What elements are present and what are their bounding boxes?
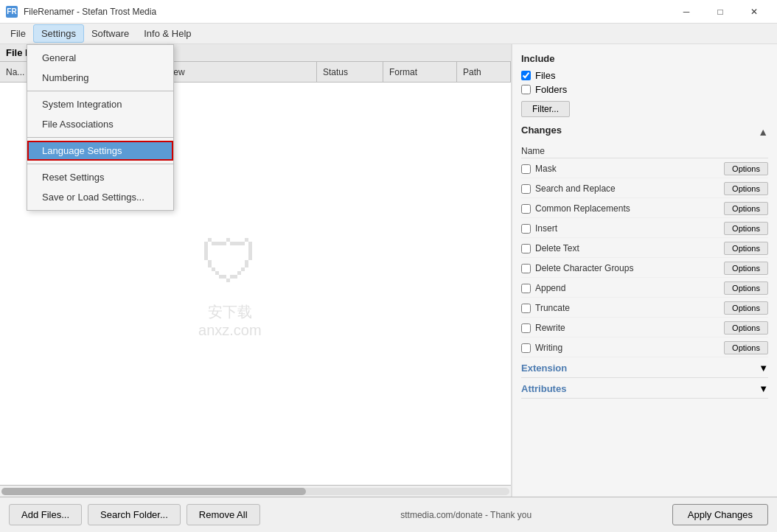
rewrite-checkbox[interactable] <box>521 323 531 333</box>
delete-char-groups-label: Delete Character Groups <box>535 263 633 273</box>
menu-item-file[interactable]: File <box>3 25 33 42</box>
rewrite-label: Rewrite <box>535 323 565 333</box>
right-panel: Include Files Folders Filter... Changes … <box>512 44 777 497</box>
changes-name-label: Name <box>521 143 768 158</box>
close-button[interactable]: ✕ <box>737 0 771 24</box>
search-folder-button[interactable]: Search Folder... <box>88 504 181 525</box>
attributes-collapse-icon: ▼ <box>759 383 768 394</box>
dropdown-item-language-settings[interactable]: Language Settings <box>27 141 173 161</box>
delete-text-label: Delete Text <box>535 243 579 253</box>
menu-item-software[interactable]: Software <box>84 25 136 42</box>
search-replace-label: Search and Replace <box>535 183 616 194</box>
folders-checkbox-row: Folders <box>521 84 768 95</box>
writing-checkbox[interactable] <box>521 343 531 353</box>
change-row-append: Append Options <box>521 279 768 298</box>
apply-changes-button[interactable]: Apply Changes <box>672 504 768 525</box>
change-row-delete-text: Delete Text Options <box>521 239 768 258</box>
watermark-text: 安下载anxz.com <box>198 302 262 339</box>
truncate-options-button[interactable]: Options <box>724 301 768 315</box>
change-row-truncate: Truncate Options <box>521 299 768 318</box>
attributes-label: Attributes <box>521 383 566 394</box>
app-icon: FR <box>6 6 18 18</box>
append-checkbox[interactable] <box>521 284 531 293</box>
changes-section-title: Changes <box>521 125 562 136</box>
insert-label: Insert <box>535 223 557 234</box>
files-checkbox-row: Files <box>521 70 768 81</box>
scrollbar-track[interactable] <box>1 488 509 495</box>
files-label: Files <box>535 70 555 81</box>
dropdown-item-system-integration[interactable]: System Integration <box>27 94 173 114</box>
delete-text-options-button[interactable]: Options <box>724 242 768 255</box>
change-row-delete-char-groups: Delete Character Groups Options <box>521 259 768 278</box>
minimize-button[interactable]: ─ <box>669 0 703 24</box>
search-replace-checkbox[interactable] <box>521 184 531 194</box>
change-row-mask: Mask Options <box>521 160 768 178</box>
insert-checkbox[interactable] <box>521 224 531 234</box>
dropdown-separator-2 <box>27 137 173 138</box>
writing-options-button[interactable]: Options <box>724 341 768 354</box>
menu-item-settings[interactable]: Settings <box>33 24 84 43</box>
change-row-common-replacements: Common Replacements Options <box>521 200 768 218</box>
filter-button[interactable]: Filter... <box>521 101 570 117</box>
include-section-title: Include <box>521 53 768 64</box>
watermark: 🛡 安下载anxz.com <box>198 228 262 339</box>
col-header-path: Path <box>457 62 511 82</box>
truncate-checkbox[interactable] <box>521 304 531 313</box>
writing-label: Writing <box>535 343 562 353</box>
remove-all-button[interactable]: Remove All <box>187 504 260 525</box>
folders-label: Folders <box>535 84 567 95</box>
mask-options-button[interactable]: Options <box>724 162 768 175</box>
mask-label: Mask <box>535 164 557 174</box>
file-list-scrollbar[interactable] <box>0 485 511 497</box>
dropdown-separator-3 <box>27 164 173 164</box>
extension-collapse-icon: ▼ <box>759 363 768 374</box>
dropdown-separator-1 <box>27 91 173 91</box>
files-checkbox[interactable] <box>521 71 531 80</box>
col-header-status: Status <box>317 62 383 82</box>
bottom-bar: Add Files... Search Folder... Remove All… <box>0 497 777 532</box>
delete-char-groups-options-button[interactable]: Options <box>724 262 768 275</box>
maximize-button[interactable]: □ <box>703 0 737 24</box>
common-replacements-checkbox[interactable] <box>521 204 531 214</box>
add-files-button[interactable]: Add Files... <box>9 504 82 525</box>
window-title: FileRenamer - Stefan Trost Media <box>24 7 156 17</box>
change-row-insert: Insert Options <box>521 220 768 238</box>
changes-header: Changes ▲ <box>521 125 768 139</box>
rewrite-options-button[interactable]: Options <box>724 321 768 335</box>
dropdown-item-general[interactable]: General <box>27 48 173 68</box>
title-bar: FR FileRenamer - Stefan Trost Media ─ □ … <box>0 0 777 24</box>
insert-options-button[interactable]: Options <box>724 222 768 235</box>
status-text: sttmedia.com/donate - Thank you <box>400 510 532 520</box>
extension-row[interactable]: Extension ▼ <box>521 359 768 378</box>
search-replace-options-button[interactable]: Options <box>724 182 768 195</box>
folders-checkbox[interactable] <box>521 85 531 94</box>
common-replacements-options-button[interactable]: Options <box>724 202 768 215</box>
col-header-format: Format <box>383 62 457 82</box>
common-replacements-label: Common Replacements <box>535 203 630 214</box>
title-bar-controls: ─ □ ✕ <box>669 0 771 24</box>
menu-item-info[interactable]: Info & Help <box>136 25 198 42</box>
dropdown-item-save-load[interactable]: Save or Load Settings... <box>27 187 173 207</box>
dropdown-item-reset-settings[interactable]: Reset Settings <box>27 167 173 187</box>
truncate-label: Truncate <box>535 303 570 313</box>
delete-text-checkbox[interactable] <box>521 244 531 253</box>
attributes-row[interactable]: Attributes ▼ <box>521 379 768 399</box>
change-row-search-replace: Search and Replace Options <box>521 180 768 198</box>
menu-bar: File Settings Software Info & Help <box>0 24 777 44</box>
watermark-icon: 🛡 <box>198 228 262 296</box>
extension-label: Extension <box>521 363 567 374</box>
delete-char-groups-checkbox[interactable] <box>521 264 531 273</box>
change-row-rewrite: Rewrite Options <box>521 319 768 337</box>
append-options-button[interactable]: Options <box>724 281 768 295</box>
append-label: Append <box>535 283 565 293</box>
changes-section: Changes ▲ Name Mask Options Search and R… <box>521 125 768 399</box>
title-bar-left: FR FileRenamer - Stefan Trost Media <box>6 6 156 18</box>
bottom-bar-left: Add Files... Search Folder... Remove All <box>9 504 260 525</box>
include-section: Include Files Folders Filter... <box>521 53 768 117</box>
mask-checkbox[interactable] <box>521 164 531 174</box>
changes-collapse-button[interactable]: ▲ <box>758 126 768 138</box>
scrollbar-thumb[interactable] <box>1 488 306 495</box>
dropdown-item-file-associations[interactable]: File Associations <box>27 114 173 134</box>
dropdown-item-numbering[interactable]: Numbering <box>27 68 173 88</box>
settings-dropdown: General Numbering System Integration Fil… <box>27 44 174 211</box>
